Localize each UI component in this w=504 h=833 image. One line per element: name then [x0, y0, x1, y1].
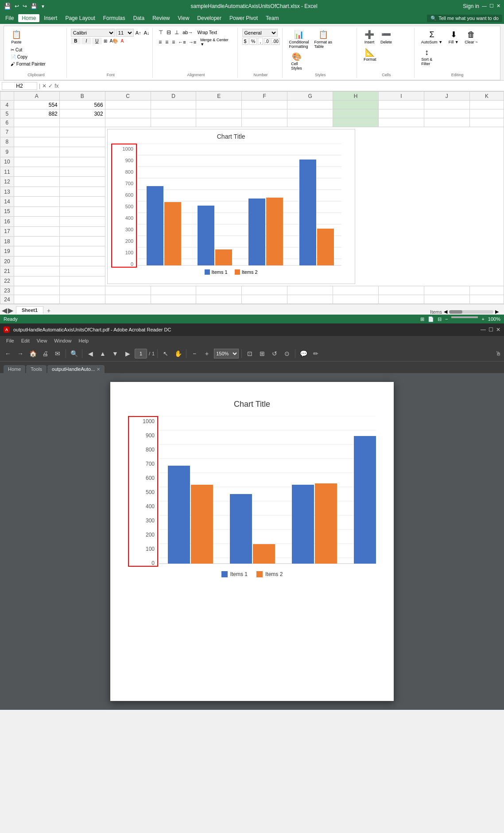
pdf-tab-tools[interactable]: Tools — [26, 365, 47, 373]
align-center-icon[interactable]: ≡ — [164, 39, 170, 46]
pdf-zoom-select[interactable]: 150% — [214, 349, 239, 358]
font-color-button[interactable]: A — [120, 38, 125, 44]
col-header-i[interactable]: I — [378, 92, 424, 101]
cell-k4[interactable] — [469, 101, 504, 109]
pdf-hand-button[interactable]: ✋ — [173, 348, 183, 359]
cell-k5[interactable] — [469, 109, 504, 118]
col-header-h[interactable]: H — [333, 92, 379, 101]
col-header-b[interactable]: B — [59, 92, 105, 101]
page-break-icon[interactable]: ⊟ — [438, 316, 442, 322]
font-shrink-icon[interactable]: A↓ — [143, 30, 151, 36]
format-painter-button[interactable]: 🖌 Format Painter — [8, 61, 48, 67]
font-family-select[interactable]: Calibri — [71, 29, 115, 37]
zoom-out-icon[interactable]: − — [445, 316, 448, 322]
name-box[interactable] — [2, 82, 37, 90]
col-header-a[interactable]: A — [14, 92, 59, 101]
decimal-decrease-button[interactable]: .00 — [271, 38, 280, 45]
pdf-cursor-button[interactable]: ↖ — [160, 348, 171, 359]
cell-b4[interactable]: 566 — [59, 101, 105, 109]
cell-j4[interactable] — [424, 101, 469, 109]
autosum-button[interactable]: Σ AutoSum ▼ — [419, 29, 445, 46]
pdf-menu-view[interactable]: View — [34, 338, 50, 344]
cell-i6[interactable] — [378, 118, 424, 127]
bold-button[interactable]: B — [71, 38, 81, 44]
pdf-menu-window[interactable]: Window — [51, 338, 74, 344]
cell-c4[interactable] — [105, 101, 151, 109]
pdf-close-icon[interactable]: ✕ — [496, 327, 500, 333]
cell-a6[interactable] — [14, 118, 59, 127]
cell-j5[interactable] — [424, 109, 469, 118]
search-label[interactable]: Tell me what you want to do — [438, 16, 499, 21]
cell-g4[interactable] — [287, 101, 333, 109]
cell-h4[interactable] — [333, 101, 379, 109]
sort-filter-button[interactable]: ↕ Sort &Filter — [419, 47, 435, 68]
border-button[interactable]: ⊞ — [103, 38, 108, 44]
col-header-j[interactable]: J — [424, 92, 469, 101]
col-header-f[interactable]: F — [242, 92, 287, 101]
italic-button[interactable]: I — [81, 38, 91, 44]
pdf-menu-edit[interactable]: Edit — [19, 338, 32, 344]
cell-e4[interactable] — [196, 101, 242, 109]
menu-view[interactable]: View — [174, 14, 193, 22]
sheet-nav-right[interactable]: ▶ — [8, 306, 13, 315]
font-grow-icon[interactable]: A↑ — [135, 30, 142, 36]
cell-i4[interactable] — [378, 101, 424, 109]
percent-button[interactable]: % — [249, 38, 257, 45]
menu-developer[interactable]: Developer — [194, 14, 225, 22]
cell-f4[interactable] — [242, 101, 287, 109]
fill-color-button[interactable]: A🎨 — [109, 38, 119, 44]
pdf-search-button[interactable]: 🔍 — [69, 348, 79, 359]
currency-button[interactable]: $ — [242, 38, 248, 45]
clear-button[interactable]: 🗑 Clear ~ — [462, 29, 480, 46]
scroll-left-icon[interactable]: ◀ — [444, 309, 447, 315]
menu-insert[interactable]: Insert — [40, 14, 61, 22]
delete-button[interactable]: ➖ Delete — [378, 29, 394, 46]
pdf-menu-help[interactable]: Help — [76, 338, 91, 344]
cell-i5[interactable] — [378, 109, 424, 118]
pdf-tab-document[interactable]: outputHandleAuto... ✕ — [47, 365, 105, 373]
signin-button[interactable]: Sign in — [463, 3, 479, 9]
sheet-tab-sheet1[interactable]: Sheet1 — [16, 306, 43, 315]
pdf-next-page-button-up[interactable]: ▲ — [97, 348, 108, 359]
comma-button[interactable]: , — [258, 38, 263, 45]
pdf-minimize-icon[interactable]: — — [481, 327, 486, 333]
col-header-d[interactable]: D — [151, 92, 196, 101]
pdf-zoom-in-button[interactable]: + — [202, 348, 212, 359]
pdf-tab-close-icon[interactable]: ✕ — [97, 367, 100, 372]
cell-styles-button[interactable]: 🎨 CellStyles — [287, 51, 306, 72]
close-icon[interactable]: ✕ — [496, 3, 500, 9]
undo-icon[interactable]: ↩ — [15, 3, 19, 9]
cell-a7[interactable] — [14, 127, 59, 137]
maximize-icon[interactable]: ☐ — [489, 3, 494, 9]
cell-f6[interactable] — [242, 118, 287, 127]
cell-b5[interactable]: 302 — [59, 109, 105, 118]
cell-c5[interactable] — [105, 109, 151, 118]
pdf-prev-page-button[interactable]: ◀ — [85, 348, 96, 359]
zoom-in-icon[interactable]: + — [481, 316, 484, 322]
fill-button[interactable]: ⬇ Fill ▼ — [446, 29, 461, 46]
pdf-maximize-icon[interactable]: ☐ — [488, 327, 493, 333]
normal-view-icon[interactable]: ⊞ — [420, 316, 424, 322]
cell-b7[interactable] — [59, 127, 105, 137]
col-header-g[interactable]: G — [287, 92, 333, 101]
pdf-page-input[interactable] — [135, 349, 147, 358]
menu-data[interactable]: Data — [130, 14, 148, 22]
format-button[interactable]: 📐 Format — [361, 47, 379, 63]
cell-h5[interactable] — [333, 109, 379, 118]
pdf-next-page-button[interactable]: ▶ — [122, 348, 133, 359]
menu-review[interactable]: Review — [149, 14, 173, 22]
cell-d4[interactable] — [151, 101, 196, 109]
scroll-right-icon[interactable]: ▶ — [495, 309, 499, 315]
cell-h6[interactable] — [333, 118, 379, 127]
cell-c6[interactable] — [105, 118, 151, 127]
align-right-icon[interactable]: ≡ — [171, 39, 176, 46]
cell-e5[interactable] — [196, 109, 242, 118]
copy-button[interactable]: 📄 Copy — [8, 54, 48, 60]
pdf-fit-width-button[interactable]: ⊞ — [257, 348, 268, 359]
indent-increase-icon[interactable]: →≡ — [188, 39, 197, 45]
menu-formulas[interactable]: Formulas — [100, 14, 129, 22]
redo-icon[interactable]: ↪ — [23, 3, 27, 9]
align-left-icon[interactable]: ≡ — [157, 39, 163, 46]
menu-home[interactable]: Home — [18, 14, 39, 22]
pdf-extract-button[interactable]: ⊙ — [282, 348, 292, 359]
